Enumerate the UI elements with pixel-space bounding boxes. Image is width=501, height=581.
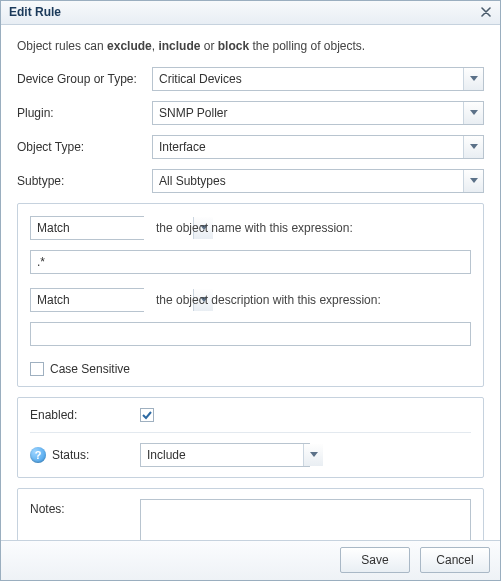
row-device-group: Device Group or Type:	[17, 67, 484, 91]
label-status: Status:	[52, 448, 89, 462]
device-group-combo[interactable]	[152, 67, 484, 91]
desc-match-label: the object description with this express…	[156, 293, 381, 307]
dialog-body: Object rules can exclude, include or blo…	[1, 25, 500, 540]
row-notes: Notes:	[30, 499, 471, 540]
save-button[interactable]: Save	[340, 547, 410, 573]
dialog-title: Edit Rule	[9, 5, 61, 19]
row-object-type: Object Type:	[17, 135, 484, 159]
chevron-down-icon[interactable]	[463, 68, 483, 90]
device-group-input[interactable]	[153, 68, 463, 90]
chevron-down-icon[interactable]	[463, 136, 483, 158]
intro-exclude: exclude	[107, 39, 152, 53]
case-sensitive-row: Case Sensitive	[30, 362, 471, 376]
name-match-mode-combo[interactable]	[30, 216, 144, 240]
status-combo[interactable]	[140, 443, 310, 467]
notes-textarea[interactable]	[140, 499, 471, 540]
intro-include: include	[158, 39, 200, 53]
label-device-group: Device Group or Type:	[17, 72, 152, 86]
row-name-match: the object name with this expression:	[30, 216, 471, 240]
object-type-input[interactable]	[153, 136, 463, 158]
intro-pre: Object rules can	[17, 39, 107, 53]
chevron-down-icon[interactable]	[463, 102, 483, 124]
notes-panel: Notes:	[17, 488, 484, 540]
desc-match-mode-combo[interactable]	[30, 288, 144, 312]
intro-text: Object rules can exclude, include or blo…	[17, 39, 484, 53]
name-expression-input[interactable]	[30, 250, 471, 274]
match-panel: the object name with this expression: th…	[17, 203, 484, 387]
name-match-label: the object name with this expression:	[156, 221, 353, 235]
row-desc-match: the object description with this express…	[30, 288, 471, 312]
label-enabled: Enabled:	[30, 408, 140, 422]
enabled-checkbox[interactable]	[140, 408, 154, 422]
label-plugin: Plugin:	[17, 106, 152, 120]
plugin-combo[interactable]	[152, 101, 484, 125]
row-enabled: Enabled:	[30, 408, 471, 433]
label-object-type: Object Type:	[17, 140, 152, 154]
edit-rule-dialog: Edit Rule Object rules can exclude, incl…	[0, 0, 501, 581]
case-sensitive-checkbox[interactable]	[30, 362, 44, 376]
subtype-input[interactable]	[153, 170, 463, 192]
label-notes: Notes:	[30, 499, 140, 540]
enabled-panel: Enabled: ? Status:	[17, 397, 484, 478]
desc-expression-input[interactable]	[30, 322, 471, 346]
case-sensitive-label: Case Sensitive	[50, 362, 130, 376]
row-plugin: Plugin:	[17, 101, 484, 125]
close-icon[interactable]	[478, 4, 494, 20]
intro-sep2: or	[200, 39, 217, 53]
plugin-input[interactable]	[153, 102, 463, 124]
row-subtype: Subtype:	[17, 169, 484, 193]
chevron-down-icon[interactable]	[463, 170, 483, 192]
chevron-down-icon[interactable]	[303, 444, 323, 466]
status-input[interactable]	[141, 444, 303, 466]
help-icon[interactable]: ?	[30, 447, 46, 463]
cancel-button[interactable]: Cancel	[420, 547, 490, 573]
dialog-footer: Save Cancel	[1, 540, 500, 580]
intro-block: block	[218, 39, 249, 53]
label-subtype: Subtype:	[17, 174, 152, 188]
titlebar: Edit Rule	[1, 1, 500, 25]
object-type-combo[interactable]	[152, 135, 484, 159]
intro-post: the polling of objects.	[249, 39, 365, 53]
subtype-combo[interactable]	[152, 169, 484, 193]
row-status: ? Status:	[30, 443, 471, 467]
